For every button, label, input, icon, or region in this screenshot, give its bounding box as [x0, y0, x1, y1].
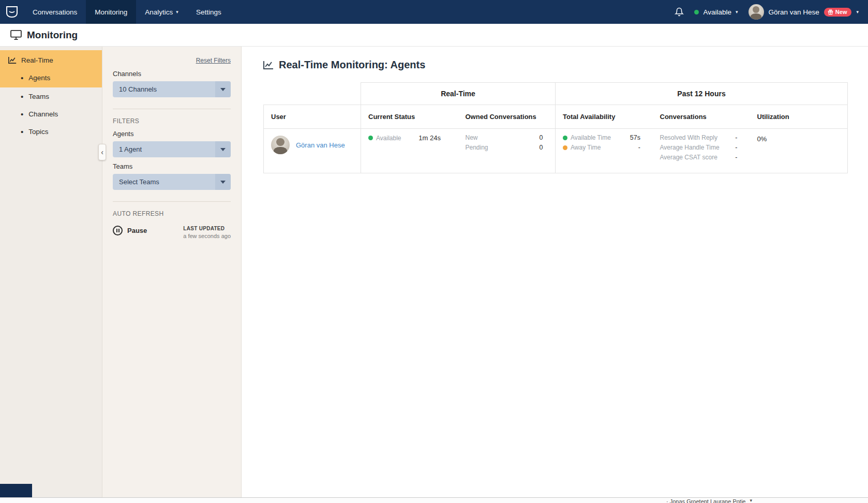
chart-line-icon — [263, 61, 274, 70]
status-metric: Available 1m 24s — [368, 134, 441, 142]
last-updated-label: LAST UPDATED — [183, 226, 231, 231]
nav-analytics[interactable]: Analytics ▾ — [136, 0, 187, 24]
metric-available-time: Available Time 57s — [563, 134, 640, 141]
notifications-bell-icon[interactable] — [675, 7, 684, 17]
divider — [113, 109, 231, 109]
group-header-real-time: Real-Time — [361, 83, 556, 105]
availability-dropdown[interactable]: Available ▾ — [694, 8, 738, 16]
top-navbar: Conversations Monitoring Analytics ▾ Set… — [0, 0, 868, 24]
agent-avatar — [271, 136, 290, 154]
content-area: Real-Time • Agents • Teams • Channels • … — [0, 47, 868, 503]
teams-filter-label: Teams — [113, 162, 231, 170]
dropdown-caret-icon — [215, 141, 231, 157]
away-time-dot — [563, 145, 567, 150]
bullet-icon: • — [21, 110, 23, 118]
sidebar-agents-label: Agents — [28, 74, 50, 82]
bottom-strip: · Jonas Groetent Laurane Potie ▾ — [0, 497, 868, 503]
dropdown-caret-icon — [215, 81, 231, 97]
nav-analytics-label: Analytics — [145, 8, 173, 16]
metric-average-handle-time: Average Handle Time - — [660, 144, 738, 151]
pause-icon — [113, 226, 123, 235]
dropdown-caret-icon — [215, 174, 231, 190]
column-header-utilization: Utilization — [750, 105, 848, 129]
nav-monitoring[interactable]: Monitoring — [86, 0, 136, 24]
available-status-dot — [368, 136, 373, 140]
current-status-cell: Available 1m 24s — [361, 129, 458, 173]
sidebar-item-teams[interactable]: • Teams — [0, 87, 102, 105]
new-badge: New — [824, 8, 852, 17]
page-title: Monitoring — [27, 29, 78, 41]
teams-dropdown[interactable]: Select Teams — [113, 174, 231, 190]
sidebar-collapse-toggle[interactable]: ‹ — [98, 144, 106, 160]
main-content: Real-Time Monitoring: Agents Real-Time P… — [242, 47, 868, 503]
channels-filter-label: Channels — [113, 70, 231, 78]
bottom-partial-row: · Jonas Groetent Laurane Potie ▾ — [666, 498, 752, 503]
agents-dropdown[interactable]: 1 Agent — [113, 141, 231, 157]
sidebar-section-real-time[interactable]: Real-Time — [0, 51, 102, 69]
chevron-down-icon: ▾ — [856, 10, 859, 14]
nav-conversations[interactable]: Conversations — [24, 0, 86, 24]
nav-settings[interactable]: Settings — [187, 0, 230, 24]
channels-dropdown-value: 10 Channels — [119, 85, 157, 93]
auto-refresh-header: AUTO REFRESH — [113, 210, 231, 217]
sidebar-item-topics[interactable]: • Topics — [0, 123, 102, 140]
sidebar-channels-label: Channels — [28, 110, 58, 118]
availability-status-dot — [694, 10, 699, 14]
user-cell: Göran van Hese — [264, 129, 361, 173]
column-header-owned-conversations: Owned Conversations — [458, 105, 556, 129]
main-title: Real-Time Monitoring: Agents — [279, 59, 425, 71]
chevron-left-icon: ‹ — [101, 148, 103, 156]
avatar — [749, 4, 764, 20]
status-duration: 1m 24s — [418, 134, 441, 142]
teams-dropdown-value: Select Teams — [119, 178, 159, 186]
app-logo[interactable] — [0, 0, 24, 24]
bullet-icon: • — [21, 74, 23, 82]
chevron-down-icon: ▾ — [176, 10, 178, 14]
agents-monitoring-table: Real-Time Past 12 Hours User Current Sta… — [263, 82, 848, 173]
agents-filter-label: Agents — [113, 130, 231, 138]
nav-conversations-label: Conversations — [33, 8, 77, 16]
metric-pending: Pending 0 — [466, 144, 543, 151]
group-header-past-12-hours: Past 12 Hours — [556, 83, 848, 105]
metric-average-csat-score: Average CSAT score - — [660, 154, 738, 161]
sidebar: Real-Time • Agents • Teams • Channels • … — [0, 47, 102, 503]
utilization-cell: 0% — [750, 129, 848, 173]
navbar-right: Available ▾ Göran van Hese New ▾ — [675, 0, 868, 24]
chevron-down-icon: ▾ — [750, 498, 752, 503]
reset-filters-link[interactable]: Reset Filters — [196, 57, 231, 64]
chevron-down-icon: ▾ — [736, 10, 738, 14]
bullet-icon: • — [21, 128, 23, 136]
primary-nav: Conversations Monitoring Analytics ▾ Set… — [24, 0, 230, 24]
table-group-header-row: Real-Time Past 12 Hours — [264, 83, 848, 105]
column-header-total-availability: Total Availability — [556, 105, 653, 129]
agent-name-link[interactable]: Göran van Hese — [296, 141, 345, 149]
pause-button-label: Pause — [127, 227, 147, 234]
filter-panel: Reset Filters Channels 10 Channels FILTE… — [102, 47, 242, 503]
sidebar-topics-label: Topics — [28, 128, 48, 136]
column-header-current-status: Current Status — [361, 105, 458, 129]
channels-dropdown[interactable]: 10 Channels — [113, 81, 231, 97]
sidebar-teams-label: Teams — [28, 93, 49, 100]
agents-dropdown-value: 1 Agent — [119, 145, 142, 153]
monitor-icon — [10, 30, 22, 40]
utilization-value: 0% — [757, 135, 767, 143]
column-header-conversations: Conversations — [653, 105, 750, 129]
nav-settings-label: Settings — [196, 8, 221, 16]
sidebar-active-block: Real-Time • Agents — [0, 50, 102, 87]
sidebar-item-agents[interactable]: • Agents — [0, 69, 102, 86]
table-column-header-row: User Current Status Owned Conversations … — [264, 105, 848, 129]
chart-line-icon — [8, 56, 17, 64]
status-label: Available — [376, 135, 401, 142]
sidebar-item-channels[interactable]: • Channels — [0, 105, 102, 123]
owned-conversations-cell: New 0 Pending 0 — [458, 129, 556, 173]
availability-label: Available — [703, 8, 731, 16]
bullet-icon: • — [21, 93, 23, 100]
user-menu[interactable]: Göran van Hese New ▾ — [749, 4, 859, 20]
nav-monitoring-label: Monitoring — [95, 8, 127, 16]
metric-resolved-with-reply: Resolved With Reply - — [660, 134, 738, 141]
new-badge-label: New — [835, 9, 847, 15]
sidebar-real-time-label: Real-Time — [21, 56, 53, 64]
user-name: Göran van Hese — [769, 8, 819, 16]
pause-auto-refresh-button[interactable]: Pause — [113, 226, 147, 235]
metric-new: New 0 — [466, 134, 543, 141]
